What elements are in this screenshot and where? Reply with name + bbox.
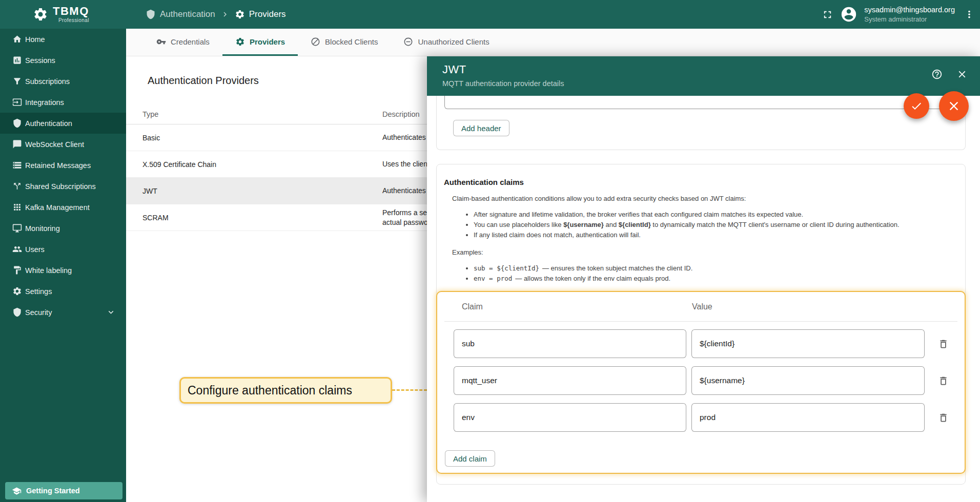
getting-started-label: Getting Started xyxy=(26,487,80,495)
trash-icon xyxy=(938,339,949,349)
websocket-chat-icon xyxy=(12,139,22,149)
callout-connector xyxy=(392,389,427,391)
delete-claim-button[interactable] xyxy=(932,369,954,392)
claim-row xyxy=(454,366,965,395)
value-column-header: Value xyxy=(692,302,712,311)
cell-type: Basic xyxy=(142,134,382,142)
retained-messages-icon xyxy=(12,160,22,170)
cell-type: SCRAM xyxy=(142,214,382,222)
more-menu-button[interactable] xyxy=(964,9,975,20)
sidebar-item-label: Shared Subscriptions xyxy=(25,182,96,191)
kafka-icon xyxy=(12,202,22,212)
tutorial-callout-text: Configure authentication claims xyxy=(188,384,352,398)
breadcrumb-providers[interactable]: Providers xyxy=(235,9,286,19)
trash-icon xyxy=(938,375,949,386)
school-icon xyxy=(12,486,22,496)
help-button[interactable] xyxy=(931,69,943,80)
sidebar-item-websocket-client[interactable]: WebSocket Client xyxy=(0,134,126,155)
app-name: TBMQ xyxy=(53,6,89,17)
unauthorized-clients-icon xyxy=(403,37,413,47)
top-header: TBMQ Professional Authentication Provide… xyxy=(0,0,980,29)
app-edition: Professional xyxy=(58,18,89,23)
fullscreen-button[interactable] xyxy=(822,9,833,20)
discard-changes-fab[interactable] xyxy=(939,91,969,121)
value-input[interactable] xyxy=(691,329,925,358)
sidebar-item-white-labeling[interactable]: White labeling xyxy=(0,260,126,281)
breadcrumb-authentication[interactable]: Authentication xyxy=(146,9,215,19)
clipped-header-input[interactable] xyxy=(444,96,959,109)
trash-icon xyxy=(938,412,949,423)
user-avatar[interactable] xyxy=(840,6,858,23)
kebab-icon xyxy=(964,9,975,20)
sidebar-item-authentication[interactable]: Authentication xyxy=(0,113,126,134)
close-icon xyxy=(947,99,961,113)
sidebar-item-shared-subscriptions[interactable]: Shared Subscriptions xyxy=(0,176,126,197)
tab-blocked-clients[interactable]: Blocked Clients xyxy=(298,29,391,56)
drawer-header-actions xyxy=(931,69,968,80)
sidebar-item-monitoring[interactable]: Monitoring xyxy=(0,218,126,239)
close-icon xyxy=(956,69,968,80)
example-item: env = prod— allows the token only if the… xyxy=(474,274,950,284)
tab-credentials[interactable]: Credentials xyxy=(144,29,222,56)
shield-icon xyxy=(146,9,156,19)
user-info: sysadmin@thingsboard.org System administ… xyxy=(864,6,955,24)
add-claim-button[interactable]: Add claim xyxy=(445,450,495,467)
sidebar-item-label: Authentication xyxy=(25,119,72,128)
drawer-title: JWT xyxy=(442,63,980,76)
tab-label: Unauthorized Clients xyxy=(418,37,489,46)
value-input[interactable] xyxy=(691,366,925,395)
tab-providers[interactable]: Providers xyxy=(222,29,298,56)
help-icon xyxy=(931,69,943,80)
examples-list: sub = ${clientId}— ensures the token sub… xyxy=(437,263,965,284)
sidebar-item-sessions[interactable]: Sessions xyxy=(0,50,126,71)
headers-card: Add header xyxy=(436,96,966,150)
sidebar-item-label: Settings xyxy=(25,287,52,296)
sidebar-item-settings[interactable]: Settings xyxy=(0,281,126,302)
sidebar-item-label: Home xyxy=(25,35,45,44)
authentication-claims-card: Authentication claims Claim-based authen… xyxy=(436,164,966,485)
sidebar-item-kafka-management[interactable]: Kafka Management xyxy=(0,197,126,218)
getting-started-button[interactable]: Getting Started xyxy=(5,482,122,499)
chevron-down-icon xyxy=(106,307,116,317)
delete-claim-button[interactable] xyxy=(932,406,954,429)
value-input[interactable] xyxy=(691,403,925,432)
sidebar-item-label: White labeling xyxy=(25,266,72,275)
user-email: sysadmin@thingsboard.org xyxy=(864,6,955,14)
claim-input[interactable] xyxy=(454,403,686,432)
auth-tabs: Credentials Providers Blocked Clients Un… xyxy=(126,29,980,56)
breadcrumb-page-label: Providers xyxy=(249,9,286,19)
sidebar-item-label: Retained Messages xyxy=(25,161,91,170)
sidebar-item-home[interactable]: Home xyxy=(0,29,126,50)
cell-type: X.509 Certificate Chain xyxy=(142,160,382,169)
claim-column-header: Claim xyxy=(462,302,483,311)
tab-label: Blocked Clients xyxy=(325,37,378,46)
claims-bullet: If any listed claim does not match, auth… xyxy=(474,230,950,240)
app-logo-text: TBMQ Professional xyxy=(53,6,89,23)
credentials-key-icon xyxy=(156,37,166,47)
users-icon xyxy=(12,244,22,254)
add-header-button[interactable]: Add header xyxy=(453,120,509,136)
sidebar-item-subscriptions[interactable]: Subscriptions xyxy=(0,71,126,92)
sidebar-item-label: Kafka Management xyxy=(25,203,90,212)
sidebar-item-security[interactable]: Security xyxy=(0,302,126,323)
sidebar-item-users[interactable]: Users xyxy=(0,239,126,260)
tutorial-callout: Configure authentication claims xyxy=(179,377,392,404)
delete-claim-button[interactable] xyxy=(932,332,954,355)
example-item: sub = ${clientId}— ensures the token sub… xyxy=(474,263,950,274)
app-logo[interactable]: TBMQ Professional xyxy=(0,0,126,29)
sidebar-item-integrations[interactable]: Integrations xyxy=(0,92,126,113)
apply-changes-fab[interactable] xyxy=(904,93,929,119)
close-drawer-button[interactable] xyxy=(956,69,968,80)
claims-bullet: You can use placeholders like ${username… xyxy=(474,220,950,230)
white-labeling-icon xyxy=(12,265,22,275)
sidebar-item-retained-messages[interactable]: Retained Messages xyxy=(0,155,126,176)
sidebar: Home Sessions Subscriptions Integrations… xyxy=(0,29,126,502)
chevron-right-icon xyxy=(220,10,230,19)
claim-input[interactable] xyxy=(454,329,686,358)
tab-unauthorized-clients[interactable]: Unauthorized Clients xyxy=(391,29,502,56)
sidebar-item-label: WebSocket Client xyxy=(25,140,84,149)
home-icon xyxy=(12,34,22,44)
claim-input[interactable] xyxy=(454,366,686,395)
claims-bullet: After signature and lifetime validation,… xyxy=(474,210,950,220)
sessions-icon xyxy=(12,55,22,65)
